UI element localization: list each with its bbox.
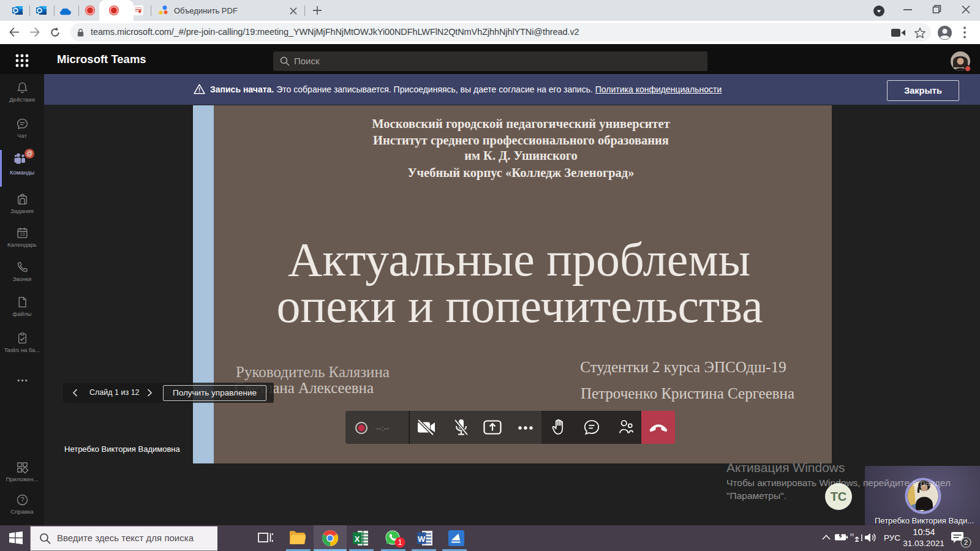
svg-text:1: 1 [398, 538, 402, 547]
svg-text:X: X [355, 534, 360, 544]
svg-text:?: ? [20, 496, 24, 503]
svg-text:W: W [418, 534, 426, 544]
svg-text:H: H [850, 532, 854, 538]
svg-text:2: 2 [964, 539, 968, 546]
svg-text:13: 13 [20, 231, 24, 237]
svg-text:--:--: --:-- [376, 424, 389, 433]
